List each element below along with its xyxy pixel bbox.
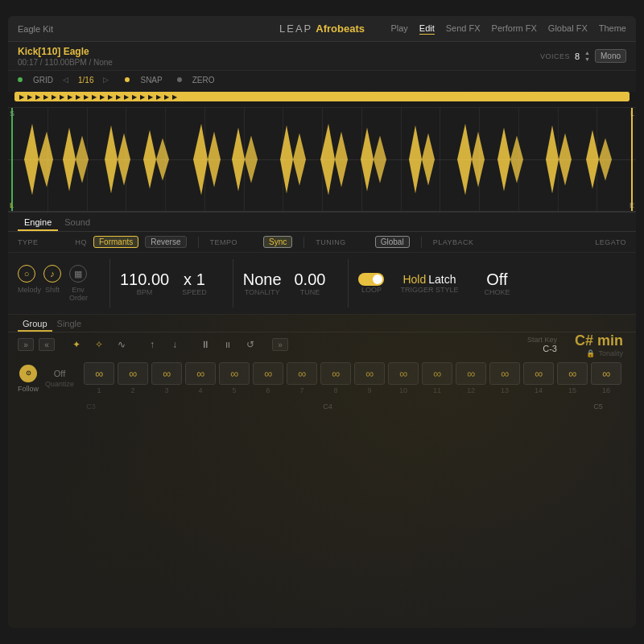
sync-button[interactable]: Sync [263, 236, 292, 248]
pad-btn-3[interactable]: ∞ [151, 362, 182, 385]
speed-group: x 1 Speed [182, 270, 207, 296]
pad-num-3: 3 [165, 386, 169, 394]
grid-val: 1/16 [78, 76, 93, 85]
main-container: Eagle Kit LEAP Afrobeats Play Edit Send … [8, 16, 636, 628]
shuffle2-icon[interactable]: ✧ [90, 337, 108, 352]
pad-9: ∞ 9 [354, 362, 385, 394]
trigger-style-label: Trigger Style [400, 286, 458, 294]
scroll-arrow: ▶ [132, 93, 137, 101]
pad-btn-12[interactable]: ∞ [456, 362, 486, 385]
pad-15: ∞ 15 [557, 362, 588, 394]
nav-play[interactable]: Play [390, 23, 407, 35]
grid-arrow-right[interactable]: ▷ [103, 76, 109, 84]
note-c3: C3 [76, 402, 106, 411]
reverse-button[interactable]: Reverse [145, 236, 186, 248]
pad-8: ∞ 8 [320, 362, 351, 394]
pad-btn-10[interactable]: ∞ [388, 362, 419, 385]
voices-val: 8 [575, 52, 580, 61]
pad-btn-13[interactable]: ∞ [489, 362, 520, 385]
shuffle-icon[interactable]: ✦ [68, 337, 85, 352]
start-marker [11, 108, 13, 211]
pad-inf-8: ∞ [332, 367, 340, 380]
hold-latch-group: Hold Latch Trigger Style [400, 273, 458, 294]
scroll-arrow: ▶ [27, 93, 32, 101]
scrollbar-fill[interactable]: ▶ ▶ ▶ ▶ ▶ ▶ ▶ ▶ ▶ ▶ ▶ ▶ ▶ ▶ ▶ ▶ ▶ ▶ ▶ ▶ [14, 92, 630, 101]
engine-tab-engine[interactable]: Engine [18, 213, 58, 231]
start-key-label: Start Key [527, 336, 557, 344]
track-meta: 00:17 / 110.00BPM / None [18, 58, 113, 67]
nav-edit[interactable]: Edit [419, 23, 435, 35]
vgrid-7 [283, 108, 283, 211]
pad-inf-4: ∞ [196, 367, 204, 380]
group-tab-group[interactable]: Group [18, 316, 52, 332]
pad-2: ∞ 2 [118, 362, 148, 394]
scroll-arrow: ▶ [116, 93, 121, 101]
pad-num-12: 12 [467, 386, 475, 394]
nav-back-btn[interactable]: « [39, 338, 55, 351]
pad-num-14: 14 [535, 386, 543, 394]
vgrid-13 [518, 108, 519, 211]
pad-btn-2[interactable]: ∞ [118, 362, 148, 385]
pad-inf-9: ∞ [365, 367, 374, 380]
pad-btn-11[interactable]: ∞ [422, 362, 452, 385]
vgrid-11 [440, 108, 440, 211]
pad-btn-1[interactable]: ∞ [84, 362, 114, 385]
note-icon[interactable]: ♪ [43, 265, 61, 283]
tonality-section: C# min 🔒 Tonality [575, 332, 626, 357]
tuning-label: TUNING [316, 238, 346, 246]
formants-button[interactable]: Formants [93, 236, 138, 248]
loop-toggle[interactable] [358, 273, 384, 286]
pad-5: ∞ 5 [219, 362, 250, 394]
grid-arrow-left[interactable]: ◁ [63, 76, 68, 84]
pad-btn-4[interactable]: ∞ [185, 362, 216, 385]
pad-num-7: 7 [300, 386, 304, 394]
pad-inf-7: ∞ [298, 367, 306, 380]
hq-label: HQ [76, 238, 88, 246]
group-tab-single[interactable]: Single [52, 316, 87, 332]
tune-unit: Tune [300, 288, 320, 296]
pad-inf-14: ∞ [535, 367, 543, 380]
scrollbar-track[interactable]: S ▶ ▶ ▶ ▶ ▶ ▶ ▶ ▶ ▶ ▶ ▶ ▶ ▶ ▶ ▶ ▶ ▶ ▶ [14, 92, 630, 101]
nav-global-fx[interactable]: Global FX [548, 23, 588, 35]
nav-send-fx[interactable]: Send FX [446, 23, 481, 35]
vgrid-10 [401, 108, 402, 211]
nav-forward-btn[interactable]: » [18, 338, 34, 351]
mono-button[interactable]: Mono [595, 49, 626, 63]
pad-10: ∞ 10 [388, 362, 419, 394]
nav-perform-fx[interactable]: Perform FX [492, 23, 537, 35]
pad-btn-16[interactable]: ∞ [591, 362, 621, 385]
nav-ff-btn[interactable]: » [272, 338, 288, 351]
up-arrow-icon[interactable]: ↑ [143, 337, 161, 352]
waveform-container[interactable]: S L E L [8, 108, 636, 213]
global-button[interactable]: Global [375, 236, 410, 248]
pad-btn-15[interactable]: ∞ [557, 362, 588, 385]
pad-btn-8[interactable]: ∞ [320, 362, 351, 385]
pad-btn-7[interactable]: ∞ [287, 362, 317, 385]
zero-dot [177, 77, 182, 82]
pad-num-10: 10 [399, 386, 407, 394]
follow-icon[interactable]: ⊙ [19, 365, 37, 382]
voices-ctrl[interactable]: ▲ ▼ [584, 50, 590, 62]
pad-btn-14[interactable]: ∞ [523, 362, 554, 385]
circle-icon[interactable]: ○ [18, 265, 35, 283]
wave-icon[interactable]: ∿ [113, 337, 130, 352]
grid-icon[interactable]: ▦ [69, 265, 87, 283]
nav-theme[interactable]: Theme [599, 23, 626, 35]
pad-11: ∞ 11 [422, 362, 452, 394]
pad-btn-5[interactable]: ∞ [219, 362, 250, 385]
engine-tab-sound[interactable]: Sound [58, 213, 97, 231]
tune-group: 0.00 Tune [295, 270, 326, 296]
pause1-icon[interactable]: ⏸ [196, 337, 214, 352]
loop-group: Loop [358, 273, 384, 294]
pause2-icon[interactable]: ⏸ [219, 337, 237, 352]
start-key-val: C-3 [527, 344, 557, 353]
note-c4: C4 [312, 402, 343, 411]
pad-btn-6[interactable]: ∞ [253, 362, 283, 385]
down-arrow-icon[interactable]: ↓ [166, 337, 184, 352]
scrollbar-area[interactable]: S ▶ ▶ ▶ ▶ ▶ ▶ ▶ ▶ ▶ ▶ ▶ ▶ ▶ ▶ ▶ ▶ ▶ ▶ [8, 92, 636, 108]
product-label: Afrobeats [316, 23, 365, 35]
header-title: LEAP Afrobeats [279, 23, 365, 35]
cycle-icon[interactable]: ↺ [242, 337, 259, 352]
pad-inf-15: ∞ [568, 367, 576, 380]
pad-btn-9[interactable]: ∞ [354, 362, 385, 385]
